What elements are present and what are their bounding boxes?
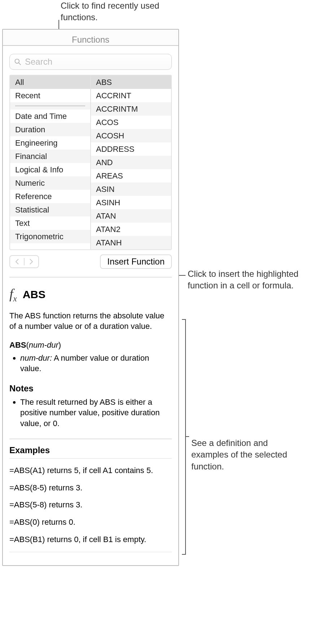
function-item[interactable]: ATANH [91, 236, 171, 249]
category-item[interactable]: Duration [10, 123, 90, 136]
function-item[interactable]: ATAN [91, 209, 171, 223]
function-label: ACCRINT [96, 90, 131, 101]
category-label: Engineering [15, 138, 57, 149]
search-input[interactable] [25, 57, 167, 67]
help-examples-title: Examples [9, 445, 172, 456]
category-label: Statistical [15, 205, 49, 215]
function-label: ACCRINTM [96, 104, 138, 115]
examples-divider-top [9, 438, 172, 439]
help-note-item: The result returned by ABS is either a p… [20, 397, 172, 429]
svg-point-0 [15, 59, 19, 64]
function-browser: All Recent Date and Time Duration Engine… [9, 75, 172, 250]
insert-function-label: Insert Function [107, 257, 165, 266]
search-icon [14, 58, 21, 65]
function-label: ATAN2 [96, 224, 121, 235]
category-item[interactable]: All [10, 76, 90, 89]
examples-divider-under [9, 458, 172, 459]
category-label: Date and Time [15, 111, 67, 122]
help-param-name: num-dur: [20, 353, 52, 362]
help-pane: fx ABS The ABS function returns the abso… [3, 277, 178, 559]
function-item[interactable]: ASINH [91, 196, 171, 209]
help-divider [9, 277, 172, 278]
function-label: ABS [96, 77, 112, 88]
svg-line-1 [19, 63, 21, 65]
category-label: Numeric [15, 178, 45, 189]
category-label: Recent [15, 90, 40, 101]
help-syntax: ABS(num-dur) [9, 340, 172, 351]
fx-icon: fx [9, 285, 17, 305]
function-label: ADDRESS [96, 144, 134, 155]
function-item[interactable]: ACOSH [91, 129, 171, 142]
function-label: ATANH [96, 237, 122, 248]
function-label: ASINH [96, 197, 120, 208]
function-item[interactable]: ASIN [91, 183, 171, 196]
category-item[interactable]: Statistical [10, 203, 90, 216]
chevron-right-icon [29, 258, 34, 265]
function-item[interactable]: ABS [91, 76, 171, 89]
category-label: Financial [15, 151, 47, 162]
chevron-left-icon [14, 258, 19, 265]
callout-insert: Click to insert the highlighted function… [188, 268, 303, 292]
function-item[interactable]: ATAN2 [91, 223, 171, 236]
category-list: All Recent Date and Time Duration Engine… [10, 76, 91, 249]
callout-recent-text: Click to find recently used functions. [61, 0, 183, 23]
help-notes-title: Notes [9, 383, 172, 394]
help-param-list: num-dur: A number value or duration valu… [9, 353, 172, 374]
help-example-item: =ABS(0) returns 0. [9, 517, 172, 528]
help-example-item: =ABS(B1) returns 0, if cell B1 is empty. [9, 534, 172, 545]
category-item[interactable]: Text [10, 216, 90, 230]
category-item[interactable]: Engineering [10, 136, 90, 150]
callout-help-text: See a definition and examples of the sel… [191, 437, 307, 472]
help-example-item: =ABS(A1) returns 5, if cell A1 contains … [9, 465, 172, 476]
category-label: Reference [15, 191, 52, 202]
function-label: ACOSH [96, 130, 124, 141]
functions-panel: Functions All Recent Date and Time Durat… [2, 29, 179, 566]
category-label: Duration [15, 124, 45, 135]
category-item[interactable]: Numeric [10, 176, 90, 190]
insert-function-button[interactable]: Insert Function [100, 254, 172, 269]
category-label: Trigonometric [15, 231, 64, 242]
category-item[interactable]: Recent [10, 89, 90, 102]
function-item[interactable]: AREAS [91, 169, 171, 183]
help-notes-list: The result returned by ABS is either a p… [9, 397, 172, 429]
examples-divider-bottom [9, 552, 172, 552]
help-example-item: =ABS(8-5) returns 3. [9, 482, 172, 493]
history-nav [9, 255, 39, 268]
help-param-item: num-dur: A number value or duration valu… [20, 353, 172, 374]
category-item[interactable]: Logical & Info [10, 163, 90, 176]
category-label: All [15, 77, 24, 88]
category-item[interactable]: Trigonometric [10, 230, 90, 243]
function-item[interactable]: ACOS [91, 116, 171, 129]
help-example-item: =ABS(5-8) returns 3. [9, 499, 172, 510]
help-syntax-func: ABS [9, 340, 26, 349]
bracket-help [182, 319, 190, 556]
category-divider [10, 102, 90, 110]
callout-insert-text: Click to insert the highlighted function… [188, 268, 303, 292]
nav-back-button[interactable] [10, 256, 24, 267]
panel-title: Functions [3, 30, 178, 46]
function-label: AREAS [96, 171, 123, 181]
help-syntax-params: num-dur [29, 340, 58, 349]
help-description: The ABS function returns the absolute va… [9, 310, 172, 332]
function-item[interactable]: ACCRINT [91, 89, 171, 102]
function-item[interactable]: ACCRINTM [91, 102, 171, 116]
nav-forward-button[interactable] [25, 256, 38, 267]
category-item[interactable]: Date and Time [10, 110, 90, 123]
category-item[interactable]: Financial [10, 150, 90, 163]
callout-help: See a definition and examples of the sel… [191, 437, 307, 472]
function-label: AND [96, 157, 113, 168]
category-label: Text [15, 218, 30, 229]
category-item[interactable]: Reference [10, 190, 90, 203]
function-label: ATAN [96, 211, 116, 222]
category-label: Logical & Info [15, 164, 63, 175]
function-list: ABS ACCRINT ACCRINTM ACOS ACOSH ADDRESS … [91, 76, 171, 249]
function-label: ASIN [96, 184, 114, 195]
callout-recent: Click to find recently used functions. [61, 0, 183, 23]
function-label: ACOS [96, 117, 118, 128]
function-item[interactable]: ADDRESS [91, 142, 171, 156]
help-function-name: ABS [23, 287, 45, 302]
function-item[interactable]: AND [91, 156, 171, 169]
search-input-wrap[interactable] [9, 54, 172, 70]
